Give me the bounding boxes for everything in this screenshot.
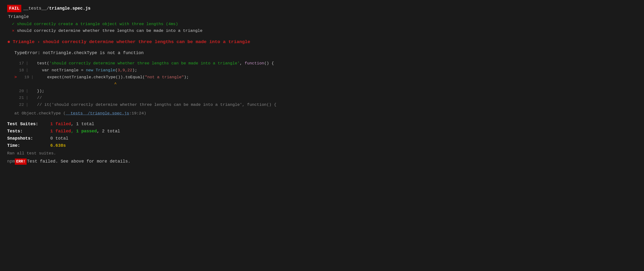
line-content-22: // it('should correctly determine whethe… — [32, 102, 276, 108]
summary-label-time: Time: — [7, 142, 50, 149]
error-title-line: ● Triangle › should correctly determine … — [7, 38, 637, 46]
summary-label-snapshots: Snapshots: — [7, 135, 50, 142]
caret-line: | ^ — [14, 81, 637, 88]
code-line-22: 22 | // it('should correctly determine w… — [14, 102, 637, 108]
line-num-18: 18 — [14, 67, 24, 74]
line-arrow-19: > — [14, 74, 19, 81]
line-content-18: var notTriangle = new Triangle(3,9,22); — [32, 67, 137, 74]
suites-total: , 1 total — [71, 122, 94, 126]
summary-value-snapshots: 0 total — [50, 135, 68, 142]
npm-err-line: npm ERR! Test failed. See above for more… — [7, 158, 637, 165]
summary-label-tests: Tests: — [7, 128, 50, 134]
code-line-19: > 19 | expect(notTriangle.checkType()).t… — [14, 74, 637, 81]
summary-row-suites: Test Suites: 1 failed, 1 total — [7, 121, 637, 127]
test-pass-1: ✓ should correctly create a triangle obj… — [12, 21, 637, 27]
file-path: __tests__/triangle.spec.js — [23, 5, 90, 12]
code-line-18: 18 | var notTriangle = new Triangle(3,9,… — [14, 67, 637, 74]
npm-err-message: Test failed. See above for more details. — [27, 158, 130, 165]
header-line: FAIL __tests__/triangle.spec.js — [7, 5, 637, 12]
error-type: TypeError: notTriangle.checkType is not … — [14, 50, 637, 56]
summary-row-tests: Tests: 1 failed, 1 passed, 2 total — [7, 128, 637, 134]
summary-value-time: 6.638s — [50, 142, 66, 149]
line-content-21: // — [32, 94, 42, 102]
line-content-20: }); — [32, 88, 44, 95]
fail-icon: ✕ — [12, 28, 17, 33]
line-sep-17: | — [26, 60, 28, 67]
suites-failed: 1 failed — [50, 122, 71, 126]
line-sep-22: | — [26, 102, 28, 108]
code-line-17: 17 | test('should correctly determine wh… — [14, 60, 637, 67]
error-bullet: ● — [7, 38, 10, 46]
line-num-20: 20 — [14, 88, 24, 95]
line-num-17: 17 — [14, 60, 24, 67]
at-file-link: __tests__/triangle.spec.js — [66, 111, 129, 116]
summary-value-tests: 1 failed, 1 passed, 2 total — [50, 128, 120, 134]
tests-passed: , 1 passed — [71, 129, 97, 134]
test-fail-1: ✕ should correctly determine whether thr… — [12, 28, 637, 34]
tests-failed: 1 failed — [50, 129, 71, 134]
code-line-20: 20 | }); — [14, 88, 637, 95]
pass-icon: ✓ — [12, 22, 17, 26]
summary-value-suites: 1 failed, 1 total — [50, 121, 94, 127]
line-sep-18: | — [26, 67, 28, 74]
ran-line: Ran all test suites. — [7, 150, 637, 156]
tests-total: , 2 total — [97, 129, 120, 134]
summary-label-suites: Test Suites: — [7, 121, 50, 127]
caret-sep: | — [28, 81, 31, 88]
summary-section: Test Suites: 1 failed, 1 total Tests: 1 … — [7, 121, 637, 156]
summary-row-time: Time: 6.638s — [7, 142, 637, 149]
test-pass-text: should correctly create a triangle objec… — [17, 22, 178, 26]
npm-err-badge: ERR! — [15, 158, 26, 165]
file-path-bold: triangle.spec.js — [49, 6, 90, 11]
at-line: at Object.checkType (__tests__/triangle.… — [14, 110, 637, 116]
line-num-19: 19 — [20, 74, 29, 81]
file-path-prefix: __tests__/ — [23, 6, 49, 11]
line-sep-20: | — [26, 88, 28, 95]
code-line-21: 21 | // — [14, 94, 637, 102]
error-title: Triangle › should correctly determine wh… — [13, 38, 250, 46]
line-num-22: 22 — [14, 102, 24, 108]
test-fail-text: should correctly determine whether three… — [17, 28, 202, 33]
suite-name: Triangle — [8, 14, 637, 20]
fail-badge: FAIL — [7, 5, 21, 12]
code-block: 17 | test('should correctly determine wh… — [14, 60, 637, 108]
line-content-19: expect(notTriangle.checkType()).toEqual(… — [37, 74, 189, 81]
line-sep-21: | — [26, 94, 28, 102]
line-sep-19: | — [31, 74, 34, 81]
line-num-21: 21 — [14, 94, 24, 102]
line-content-17: test('should correctly determine whether… — [32, 60, 274, 67]
caret-content: ^ — [56, 81, 116, 88]
summary-row-snapshots: Snapshots: 0 total — [7, 135, 637, 142]
npm-word: npm — [7, 158, 15, 165]
